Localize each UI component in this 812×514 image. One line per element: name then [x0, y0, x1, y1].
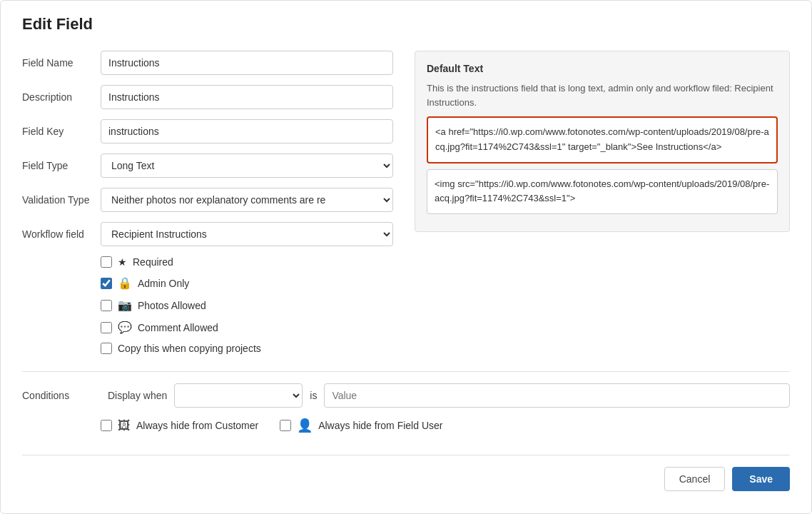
- is-label: is: [310, 390, 317, 401]
- field-name-input[interactable]: [101, 51, 393, 75]
- right-panel: Default Text This is the instructions fi…: [415, 51, 790, 354]
- hide-field-user-label[interactable]: Always hide from Field User: [318, 420, 442, 431]
- comment-icon: 💬: [118, 321, 132, 334]
- page-title: Edit Field: [22, 15, 790, 34]
- field-name-label: Field Name: [22, 57, 101, 69]
- default-text-title: Default Text: [427, 63, 778, 74]
- photos-allowed-checkbox[interactable]: [101, 300, 112, 311]
- field-type-row: Field Type Long Text Short Text Number D…: [22, 153, 393, 178]
- field-type-select[interactable]: Long Text Short Text Number Date Checkbo…: [101, 153, 393, 178]
- display-when-select[interactable]: [174, 383, 303, 408]
- condition-value-input[interactable]: [324, 383, 790, 408]
- hide-field-user-option: 👤 Always hide from Field User: [280, 418, 442, 433]
- conditions-row: Conditions Display when is: [22, 383, 790, 408]
- conditions-label: Conditions: [22, 390, 101, 401]
- camera-icon: 📷: [118, 298, 132, 312]
- field-name-row: Field Name: [22, 51, 393, 75]
- comment-allowed-label[interactable]: Comment Allowed: [138, 322, 218, 333]
- field-key-input[interactable]: [101, 119, 393, 143]
- workflow-field-select[interactable]: Recipient Instructions None: [101, 222, 393, 246]
- checkboxes-section: ★ Required 🔒 Admin Only 📷 Photos Allowed…: [101, 256, 393, 354]
- footer-actions: Cancel Save: [22, 455, 790, 491]
- admin-only-checkbox-row: 🔒 Admin Only: [101, 276, 393, 290]
- star-icon: ★: [118, 256, 127, 268]
- required-label[interactable]: Required: [133, 256, 173, 268]
- left-panel: Field Name Description Field Key Field T…: [22, 51, 393, 354]
- default-text-description: This is the instructions field that is l…: [427, 81, 778, 109]
- right-panel-inner: Default Text This is the instructions fi…: [415, 51, 790, 232]
- field-user-icon: 👤: [297, 418, 313, 433]
- description-input[interactable]: [101, 85, 393, 109]
- admin-only-checkbox[interactable]: [101, 278, 112, 289]
- required-checkbox-row: ★ Required: [101, 256, 393, 268]
- field-key-row: Field Key: [22, 119, 393, 143]
- validation-type-row: Validation Type Neither photos nor expla…: [22, 188, 393, 212]
- customer-icon: 🖼: [118, 418, 131, 433]
- copy-projects-label[interactable]: Copy this when copying projects: [118, 343, 261, 354]
- photos-allowed-checkbox-row: 📷 Photos Allowed: [101, 298, 393, 312]
- conditions-section: Conditions Display when is 🖼 Always hide…: [22, 371, 790, 433]
- hide-customer-option: 🖼 Always hide from Customer: [101, 418, 258, 433]
- hide-customer-checkbox[interactable]: [101, 420, 112, 431]
- hide-field-user-checkbox[interactable]: [280, 420, 291, 431]
- main-layout: Field Name Description Field Key Field T…: [22, 51, 790, 354]
- validation-type-select[interactable]: Neither photos nor explanatory comments …: [101, 188, 393, 212]
- description-label: Description: [22, 91, 101, 103]
- admin-only-label[interactable]: Admin Only: [138, 278, 189, 289]
- copy-projects-checkbox[interactable]: [101, 343, 112, 354]
- photos-allowed-label[interactable]: Photos Allowed: [138, 300, 206, 311]
- hide-customer-label[interactable]: Always hide from Customer: [136, 420, 258, 431]
- save-button[interactable]: Save: [732, 467, 790, 491]
- comment-allowed-checkbox-row: 💬 Comment Allowed: [101, 321, 393, 334]
- description-row: Description: [22, 85, 393, 109]
- field-type-label: Field Type: [22, 160, 101, 171]
- field-key-label: Field Key: [22, 126, 101, 137]
- display-when-label: Display when: [108, 390, 167, 401]
- workflow-field-row: Workflow field Recipient Instructions No…: [22, 222, 393, 246]
- cancel-button[interactable]: Cancel: [664, 467, 726, 491]
- lock-icon: 🔒: [118, 276, 132, 290]
- hide-options-row: 🖼 Always hide from Customer 👤 Always hid…: [101, 418, 790, 433]
- workflow-field-label: Workflow field: [22, 228, 101, 240]
- validation-type-label: Validation Type: [22, 194, 101, 206]
- highlighted-text-block[interactable]: <a href="https://i0.wp.com/www.fotonotes…: [427, 116, 778, 163]
- required-checkbox[interactable]: [101, 256, 112, 268]
- copy-projects-checkbox-row: Copy this when copying projects: [101, 343, 393, 354]
- page-container: Edit Field Field Name Description Field …: [0, 0, 812, 514]
- img-text-block[interactable]: <img src="https://i0.wp.com/www.fotonote…: [427, 169, 778, 215]
- comment-allowed-checkbox[interactable]: [101, 322, 112, 333]
